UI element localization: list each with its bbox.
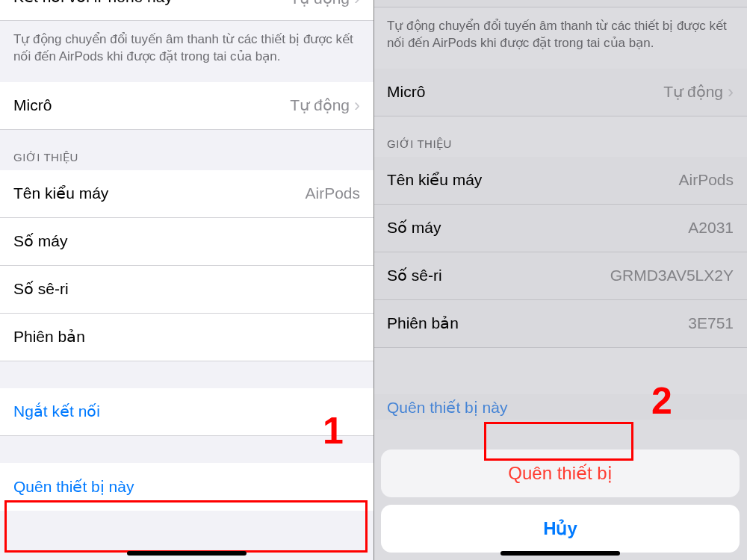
home-indicator-icon [500,551,620,556]
chevron-right-icon: › [354,0,360,9]
version-row: Phiên bản [0,314,374,361]
microphone-row[interactable]: Micrô Tự động › [374,69,747,116]
action-sheet: Quên thiết bị Hủy [374,449,747,560]
pane-divider [374,0,374,560]
serial-label: Số sê-ri [13,280,69,298]
version-value: 3E751 [688,314,734,332]
forget-device-row[interactable]: Quên thiết bị này [0,463,374,511]
chevron-right-icon: › [354,95,360,116]
screenshot-step-1: Kết nối với iPhone này Tự động › Tự động… [0,0,374,560]
connect-row[interactable]: Kết nối với iPhone này Tự động › [0,0,374,21]
model-name-row: Tên kiểu máy AirPods [374,157,747,205]
model-name-value: AirPods [678,171,734,189]
forget-device-text: Quên thiết bị [508,463,612,483]
connect-value: Tự động [290,0,350,7]
model-number-label: Số máy [387,219,441,237]
serial-value: GRMD3AV5LX2Y [610,267,734,284]
serial-row: Số sê-ri GRMD3AV5LX2Y [374,252,747,300]
forget-device-button[interactable]: Quên thiết bị [381,449,740,497]
model-name-value: AirPods [305,184,360,202]
home-indicator-icon [127,551,247,556]
forget-device-label: Quên thiết bị này [13,478,134,496]
model-number-row: Số máy A2031 [374,205,747,252]
cancel-text: Hủy [543,518,577,538]
microphone-row[interactable]: Micrô Tự động › [0,82,374,130]
screenshot-step-2: Tự động chuyển đổi tuyến âm thanh từ các… [374,0,747,560]
version-label: Phiên bản [13,328,85,346]
connect-label: Kết nối với iPhone này [13,0,173,6]
version-row: Phiên bản 3E751 [374,300,747,348]
model-number-label: Số máy [13,232,68,250]
model-number-row: Số máy [0,218,374,266]
model-number-value: A2031 [688,219,734,237]
version-label: Phiên bản [387,314,459,332]
about-section-header: GIỚI THIỆU [374,116,747,157]
serial-label: Số sê-ri [387,267,442,284]
microphone-value: Tự động [290,96,350,114]
microphone-value: Tự động [663,83,723,101]
disconnect-row[interactable]: Ngắt kết nối [0,388,374,436]
model-name-label: Tên kiểu máy [13,184,108,202]
microphone-label: Micrô [387,83,425,101]
model-name-row: Tên kiểu máy AirPods [0,170,374,218]
microphone-label: Micrô [13,96,52,114]
model-name-label: Tên kiểu máy [387,171,482,189]
disconnect-label: Ngắt kết nối [13,402,100,420]
auto-switch-footer: Tự động chuyển đổi tuyến âm thanh từ các… [374,7,747,69]
cancel-button[interactable]: Hủy [381,505,740,553]
about-section-header: GIỚI THIỆU [0,130,374,170]
serial-row: Số sê-ri [0,266,374,314]
forget-device-row-partial: Quên thiết bị này [374,394,747,420]
auto-switch-footer: Tự động chuyển đổi tuyến âm thanh từ các… [0,21,374,82]
chevron-right-icon: › [728,81,734,102]
